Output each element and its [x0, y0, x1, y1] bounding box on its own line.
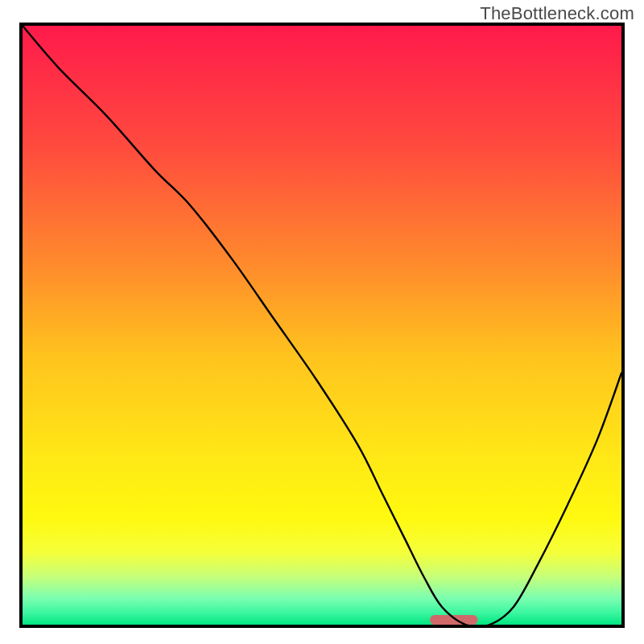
plot-background [23, 26, 621, 625]
optimal-range-marker [430, 615, 478, 625]
chart-container: TheBottleneck.com [0, 0, 644, 644]
plot-surface [23, 26, 621, 625]
watermark-text: TheBottleneck.com [480, 3, 634, 24]
plot-frame [19, 23, 625, 628]
marker-layer [430, 615, 478, 625]
